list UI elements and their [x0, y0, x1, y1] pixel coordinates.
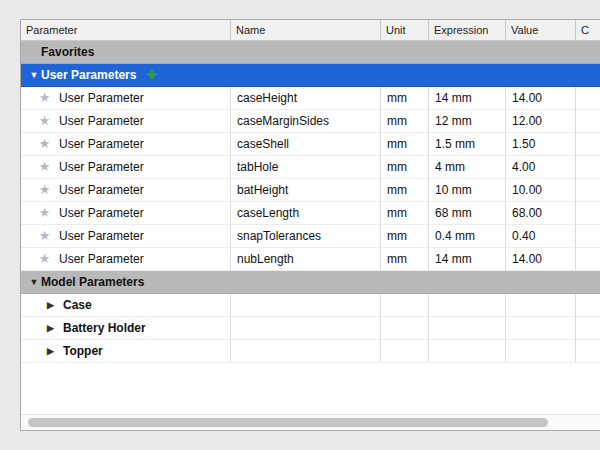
- column-header-comments[interactable]: C: [576, 20, 600, 40]
- table-row[interactable]: ★ User Parameter caseShell mm 1.5 mm 1.5…: [21, 133, 600, 156]
- param-comment[interactable]: [576, 156, 600, 179]
- favorite-star-icon[interactable]: ★: [37, 225, 52, 247]
- param-type-label: User Parameter: [59, 87, 144, 109]
- param-value: 14.00: [506, 248, 576, 271]
- param-unit: mm: [381, 156, 429, 179]
- param-name[interactable]: caseMarginSides: [231, 110, 381, 133]
- param-value: 68.00: [506, 202, 576, 225]
- chevron-right-icon[interactable]: ▶: [47, 317, 57, 339]
- param-expression[interactable]: 0.4 mm: [429, 225, 506, 248]
- model-group-row-topper[interactable]: ▶ Topper: [21, 340, 600, 363]
- param-unit: mm: [381, 110, 429, 133]
- param-comment[interactable]: [576, 225, 600, 248]
- model-group-label: Topper: [63, 340, 103, 362]
- favorite-star-icon[interactable]: ★: [37, 248, 52, 270]
- param-name[interactable]: tabHole: [231, 156, 381, 179]
- param-comment[interactable]: [576, 87, 600, 110]
- table-row[interactable]: ★ User Parameter tabHole mm 4 mm 4.00: [21, 156, 600, 179]
- param-name[interactable]: snapTolerances: [231, 225, 381, 248]
- param-comment[interactable]: [576, 248, 600, 271]
- model-group-label: Battery Holder: [63, 317, 146, 339]
- param-expression[interactable]: 14 mm: [429, 248, 506, 271]
- table-row[interactable]: ★ User Parameter snapTolerances mm 0.4 m…: [21, 225, 600, 248]
- chevron-down-icon[interactable]: ▼: [27, 70, 41, 80]
- param-value: 4.00: [506, 156, 576, 179]
- param-unit: mm: [381, 133, 429, 156]
- favorites-group-row[interactable]: Favorites: [21, 41, 600, 64]
- user-parameters-group-row[interactable]: ▼ User Parameters ✚: [21, 64, 600, 87]
- table-row[interactable]: ★ User Parameter batHeight mm 10 mm 10.0…: [21, 179, 600, 202]
- chevron-right-icon[interactable]: ▶: [47, 294, 57, 316]
- param-expression[interactable]: 4 mm: [429, 156, 506, 179]
- param-comment[interactable]: [576, 133, 600, 156]
- param-type-label: User Parameter: [59, 179, 144, 201]
- column-header-name[interactable]: Name: [231, 20, 381, 40]
- param-value: 1.50: [506, 133, 576, 156]
- model-parameters-group-label: Model Parameters: [41, 275, 144, 289]
- param-comment[interactable]: [576, 110, 600, 133]
- param-type-label: User Parameter: [59, 110, 144, 132]
- model-group-row-case[interactable]: ▶ Case: [21, 294, 600, 317]
- favorite-star-icon[interactable]: ★: [37, 87, 52, 109]
- param-expression[interactable]: 1.5 mm: [429, 133, 506, 156]
- column-header-expression[interactable]: Expression: [429, 20, 506, 40]
- param-value: 14.00: [506, 87, 576, 110]
- param-expression[interactable]: 68 mm: [429, 202, 506, 225]
- param-expression[interactable]: 12 mm: [429, 110, 506, 133]
- favorite-star-icon[interactable]: ★: [37, 202, 52, 224]
- favorite-star-icon[interactable]: ★: [37, 179, 52, 201]
- table-row[interactable]: ★ User Parameter nubLength mm 14 mm 14.0…: [21, 248, 600, 271]
- param-value: 10.00: [506, 179, 576, 202]
- table-row[interactable]: ★ User Parameter caseHeight mm 14 mm 14.…: [21, 87, 600, 110]
- param-type-label: User Parameter: [59, 156, 144, 178]
- param-comment[interactable]: [576, 202, 600, 225]
- model-parameters-group-row[interactable]: ▼ Model Parameters: [21, 271, 600, 294]
- model-group-row-battery-holder[interactable]: ▶ Battery Holder: [21, 317, 600, 340]
- param-unit: mm: [381, 179, 429, 202]
- param-unit: mm: [381, 87, 429, 110]
- param-value: 12.00: [506, 110, 576, 133]
- param-type-label: User Parameter: [59, 133, 144, 155]
- horizontal-scrollbar[interactable]: [21, 414, 600, 430]
- param-name[interactable]: caseShell: [231, 133, 381, 156]
- param-value: 0.40: [506, 225, 576, 248]
- chevron-right-icon[interactable]: ▶: [47, 340, 57, 362]
- param-expression[interactable]: 10 mm: [429, 179, 506, 202]
- param-unit: mm: [381, 225, 429, 248]
- param-comment[interactable]: [576, 179, 600, 202]
- param-name[interactable]: nubLength: [231, 248, 381, 271]
- table-row[interactable]: ★ User Parameter caseLength mm 68 mm 68.…: [21, 202, 600, 225]
- param-name[interactable]: batHeight: [231, 179, 381, 202]
- model-group-label: Case: [63, 294, 92, 316]
- column-header-unit[interactable]: Unit: [381, 20, 429, 40]
- param-expression[interactable]: 14 mm: [429, 87, 506, 110]
- table-header: Parameter Name Unit Expression Value C: [21, 20, 600, 41]
- favorite-star-icon[interactable]: ★: [37, 133, 52, 155]
- favorites-group-label: Favorites: [41, 45, 94, 59]
- column-header-value[interactable]: Value: [506, 20, 576, 40]
- param-name[interactable]: caseLength: [231, 202, 381, 225]
- column-header-parameter[interactable]: Parameter: [21, 20, 231, 40]
- user-parameters-group-label: User Parameters: [41, 68, 136, 82]
- param-type-label: User Parameter: [59, 225, 144, 247]
- scrollbar-thumb[interactable]: [28, 418, 548, 427]
- param-type-label: User Parameter: [59, 202, 144, 224]
- parameters-table: Parameter Name Unit Expression Value C F…: [20, 19, 600, 431]
- chevron-down-icon[interactable]: ▼: [27, 277, 41, 287]
- add-parameter-button[interactable]: ✚: [146, 69, 156, 81]
- param-unit: mm: [381, 248, 429, 271]
- favorite-star-icon[interactable]: ★: [37, 110, 52, 132]
- favorite-star-icon[interactable]: ★: [37, 156, 52, 178]
- param-type-label: User Parameter: [59, 248, 144, 270]
- param-unit: mm: [381, 202, 429, 225]
- table-row[interactable]: ★ User Parameter caseMarginSides mm 12 m…: [21, 110, 600, 133]
- param-name[interactable]: caseHeight: [231, 87, 381, 110]
